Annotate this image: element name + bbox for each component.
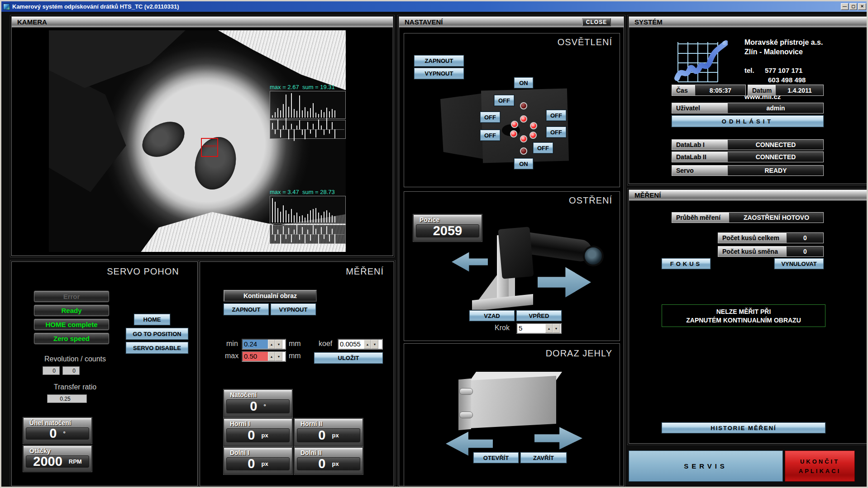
servo-link-label: Servo [672,166,728,175]
nastaveni-header-label: NASTAVENÍ [405,18,443,26]
koef-spin-up-icon[interactable]: ▲ [364,340,371,349]
servo-disable-button[interactable]: SERVO DISABLE [126,342,188,354]
needle-stop-body [469,376,556,428]
mereni-right-header: MĚŘENÍ [629,190,867,201]
servo-pohon-panel: SERVO POHON Error Ready HOME complete Ze… [11,261,198,486]
uzivatel-value: admin [728,103,823,113]
vynulovat-button[interactable]: VYNULOVAT [774,258,824,269]
vpred-button[interactable]: VPŘED [516,310,562,321]
koef-spinner[interactable]: 0.0055 ▲ ▼ [338,339,383,350]
histogram-main-chart [270,91,346,119]
light-off-button[interactable]: OFF [533,142,553,153]
home-button[interactable]: HOME [134,314,170,325]
close-button[interactable]: CLOSE [582,18,611,26]
historie-mereni-button[interactable]: HISTORIE MĚŘENÍ [662,422,825,433]
light-off-button[interactable]: OFF [546,127,566,137]
light-off-button[interactable]: OFF [480,112,500,123]
ukoncit-line-1: UKONČIT [800,458,839,465]
doraz-jehly-box: DORAZ JEHLY OTEVŘÍT ZAVŘÍT [404,343,620,486]
led-ring-illustration: ON OFF OFF OFF OFF OFF OFF ON [431,74,599,183]
application-window: Kamerový systém odpískování drátků HTS_T… [0,0,868,488]
otevrit-button[interactable]: OTEVŘÍT [473,452,519,463]
max-spin-up-icon[interactable]: ▲ [268,352,275,361]
min-spinner[interactable]: 0.24 ▲ ▼ [242,339,286,350]
dolni2-value: 0 [318,456,325,471]
koef-spin-down-icon[interactable]: ▼ [371,340,378,349]
light-on-top-button[interactable]: ON [514,77,533,88]
uhel-natoceni-unit: ° [63,430,65,437]
fokus-button[interactable]: FOKUS [662,258,711,269]
krok-spinner[interactable]: 5 ▲ ▼ [516,323,562,334]
max-spin-down-icon[interactable]: ▼ [275,352,282,361]
ostreni-box: OSTŘENÍ Pozice 2059 VZAD VPŘED Krok 5 ▲ [404,191,620,341]
horni1-unit: px [261,432,268,439]
uzivatel-label: Uživatel [672,103,728,113]
tel-number-1: 577 107 171 [765,66,802,74]
title-bar: Kamerový systém odpískování drátků HTS_T… [1,1,867,12]
horni2-unit: px [332,432,339,439]
warning-line-2: ZAPNUTÉM KONTINUALNÍM OBRAZU [686,317,801,324]
servo-status-error: Error [33,290,110,303]
close-arrow-icon [534,424,582,452]
logo-registered-mark: ® [722,40,726,46]
datalab2-status: CONNECTED [728,152,823,162]
dolni1-display: Dolní I 0px [224,447,292,474]
min-value[interactable]: 0.24 [243,340,268,349]
minimize-icon[interactable]: — [841,3,849,10]
natoceni-display: Natočení 0° [224,389,292,417]
light-off-button[interactable]: OFF [480,130,500,141]
nastaveni-header: NASTAVENÍ CLOSE [399,17,624,28]
osvetleni-zapnout-button[interactable]: ZAPNOUT [414,55,464,66]
uhel-natoceni-label: Úhel natočení [26,419,89,427]
otacky-display: Otáčky 2000 RPM [23,445,92,472]
horni1-value: 0 [248,428,255,443]
light-off-button[interactable]: OFF [546,110,566,121]
vypnout-button[interactable]: VYPNOUT [271,303,316,315]
maximize-icon[interactable]: ▢ [849,3,857,10]
prubeh-mereni-value: ZAOSTŘENÍ HOTOVO [730,213,823,223]
camera-body [498,227,534,279]
system-panel: SYSTÉM ® moravské přístroje [629,16,867,184]
ulozit-button[interactable]: ULOŽIT [314,352,383,364]
light-on-bottom-button[interactable]: ON [514,158,533,169]
pocet-smena-value: 0 [787,246,823,256]
histogram-label: max = 2.67 sum = 19.31 [270,84,346,90]
krok-spin-up-icon[interactable]: ▲ [545,324,553,333]
camera-live-image: max = 2.67 sum = 19.31 max = 3.47 sum = … [49,30,346,252]
kontinualni-obraz-button[interactable]: Kontinualní obraz [224,290,317,302]
system-header: SYSTÉM [629,17,867,28]
servo-link-row: Servo READY [672,165,824,176]
histogram-main-chart [270,196,346,224]
koef-value[interactable]: 0.0055 [339,340,364,349]
max-label: max [225,352,238,360]
light-off-button[interactable]: OFF [494,95,514,106]
close-icon[interactable]: ✕ [858,3,866,10]
min-spin-up-icon[interactable]: ▲ [268,340,275,349]
needle-stop-pin-top [459,388,473,395]
krok-value[interactable]: 5 [517,324,545,333]
max-value[interactable]: 0.50 [243,352,268,361]
datalab2-row: DataLab II CONNECTED [672,152,824,162]
odhlasit-button[interactable]: ODHLÁSIT [672,115,824,127]
krok-spin-down-icon[interactable]: ▼ [553,324,560,333]
min-spin-down-icon[interactable]: ▼ [275,340,282,349]
histogram-group-2: max = 3.47 sum = 28.73 [270,189,346,244]
datalab1-label: DataLab I [672,140,728,150]
go-to-position-button[interactable]: GO TO POSITION [126,328,188,340]
servo-status-ready: Ready [33,304,110,317]
zapnout-button[interactable]: ZAPNOUT [224,303,269,315]
led-indicator-top [520,102,527,109]
horni1-label: Horní I [226,420,290,428]
histogram-derivative-chart [270,120,346,139]
uhel-natoceni-display: Úhel natočení 0 ° [23,417,92,444]
max-spinner[interactable]: 0.50 ▲ ▼ [242,351,286,362]
histogram-group-1: max = 2.67 sum = 19.31 [270,84,346,139]
mereni-middle-panel: MĚŘENÍ Kontinualní obraz ZAPNOUT VYPNOUT… [200,261,394,486]
transfer-ratio-field: 0.25 [47,394,87,403]
vzad-button[interactable]: VZAD [469,310,515,321]
led-indicator [520,115,527,123]
ukoncit-aplikaci-button[interactable]: UKONČIT APLIKACI [785,450,855,482]
zavrit-button[interactable]: ZAVŘÍT [520,452,567,463]
prubeh-mereni-row: Průběh měření ZAOSTŘENÍ HOTOVO [672,212,824,223]
servis-button[interactable]: SERVIS [629,450,783,482]
